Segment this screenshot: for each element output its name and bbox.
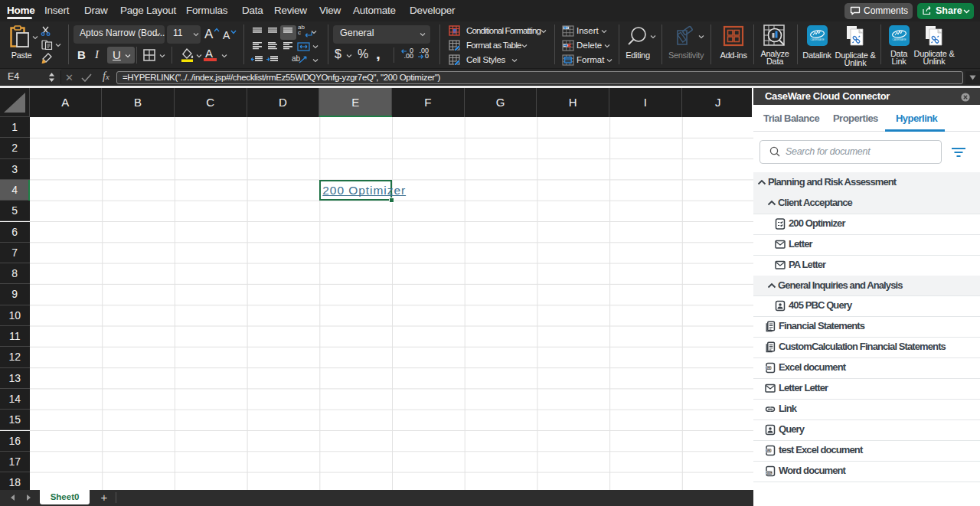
svg-text:XLS: XLS xyxy=(766,367,771,370)
svg-text:XLS: XLS xyxy=(766,449,771,452)
svg-text:DOC: DOC xyxy=(766,472,773,475)
svg-text:CASEWARE: CASEWARE xyxy=(892,38,906,41)
svg-text:CASEWARE: CASEWARE xyxy=(810,38,824,41)
